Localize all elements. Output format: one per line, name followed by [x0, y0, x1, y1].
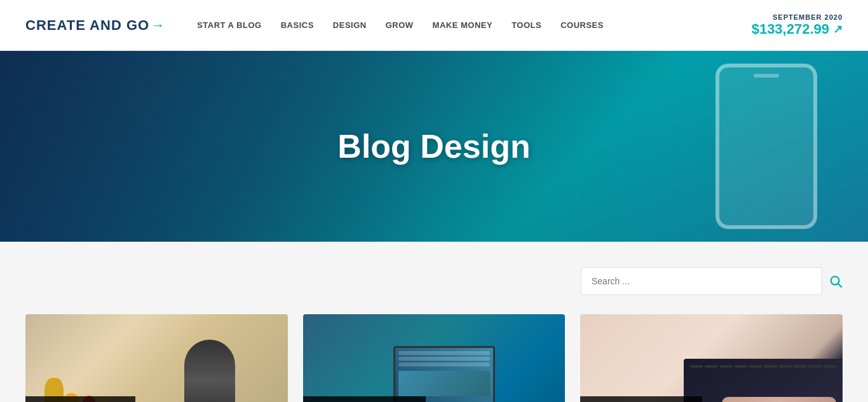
keyboard-keys [684, 359, 843, 374]
nav-basics[interactable]: BASICS [281, 20, 314, 30]
screen-mockup [393, 346, 495, 402]
main-nav: START A BLOG BASICS DESIGN GROW MAKE MON… [197, 20, 752, 30]
card-3-label: » Blog Writing Tips [580, 396, 702, 402]
card-free-blog-images[interactable]: » Free Blog Images [303, 314, 566, 402]
logo-arrow-icon: → [151, 17, 165, 34]
hero-banner: Blog Design [0, 51, 868, 242]
income-amount: $133,272.99 ↗ [752, 21, 843, 38]
key [720, 365, 733, 368]
search-button[interactable] [829, 274, 843, 288]
key [808, 365, 821, 368]
screen-bar-1 [398, 351, 490, 355]
site-logo[interactable]: CREATE AND GO→ [25, 17, 165, 34]
screen-bar-3 [398, 363, 490, 366]
nav-design[interactable]: DESIGN [333, 20, 367, 30]
hands-decoration [722, 397, 836, 402]
key [779, 365, 792, 368]
person-silhouette [184, 340, 235, 402]
nav-tools[interactable]: TOOLS [512, 20, 541, 30]
nav-start-a-blog[interactable]: START A BLOG [197, 20, 262, 30]
income-month: SEPTEMBER 2020 [752, 13, 843, 21]
key [764, 365, 776, 368]
key [824, 365, 836, 368]
income-display: SEPTEMBER 2020 $133,272.99 ↗ [752, 13, 843, 38]
income-trend-icon: ↗ [833, 22, 843, 36]
screen-image-area [398, 371, 490, 396]
key [705, 365, 717, 368]
hero-title: Blog Design [337, 127, 530, 165]
key [749, 365, 762, 368]
card-blog-writing-tips[interactable]: » Blog Writing Tips [580, 314, 843, 402]
card-2-label: » Free Blog Images [303, 396, 426, 402]
search-icon [829, 274, 843, 288]
card-lifestyle-blogs[interactable]: » Lifestyle Blogs [25, 314, 288, 402]
key [794, 365, 806, 368]
card-1-background [25, 314, 288, 402]
card-1-label: » Lifestyle Blogs [25, 396, 135, 402]
logo-text: CREATE AND GO [25, 17, 149, 34]
site-header: CREATE AND GO→ START A BLOG BASICS DESIG… [0, 0, 868, 51]
search-bar [581, 267, 843, 295]
search-input[interactable] [581, 267, 822, 295]
screen-bar-2 [398, 357, 490, 361]
nav-grow[interactable]: GROW [386, 20, 414, 30]
hero-phone-decoration [715, 64, 817, 229]
key [735, 365, 747, 368]
key [690, 365, 703, 368]
article-cards: » Lifestyle Blogs » Free Blog Images [0, 314, 868, 402]
screen-content [395, 348, 493, 402]
nav-make-money[interactable]: MAKE MONEY [433, 20, 493, 30]
nav-courses[interactable]: COURSES [560, 20, 604, 30]
svg-line-1 [838, 284, 841, 287]
search-section [0, 242, 868, 314]
laptop-decoration [684, 359, 843, 402]
